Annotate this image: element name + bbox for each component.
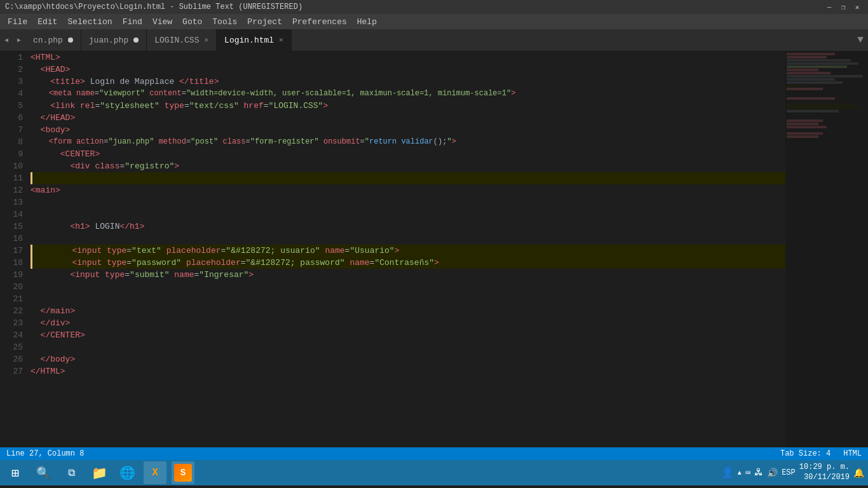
- code-line-18: <input type="password" placeholder="&#12…: [31, 257, 868, 269]
- line-num-26: 26: [0, 353, 23, 365]
- windows-icon: ⊞: [11, 465, 19, 481]
- tab-close-login-html[interactable]: ✕: [279, 37, 283, 44]
- tab-dropdown-button[interactable]: ▼: [855, 29, 868, 51]
- menu-goto[interactable]: Goto: [177, 16, 207, 28]
- search-icon: 🔍: [36, 466, 50, 480]
- menu-file[interactable]: File: [3, 16, 32, 28]
- line-num-8: 8: [0, 136, 23, 148]
- line-num-9: 9: [0, 148, 23, 160]
- status-line-col[interactable]: Line 27, Column 8: [6, 449, 84, 458]
- chrome-button[interactable]: 🌐: [116, 461, 139, 484]
- tab-dot-juan-php: [133, 37, 139, 43]
- clock-time: 10:29 p. m.: [799, 463, 850, 473]
- tab-prev-button[interactable]: ◀: [0, 29, 13, 51]
- code-line-4: <meta name="viewport" content="width=dev…: [31, 88, 868, 100]
- code-line-16: [31, 233, 868, 245]
- chrome-icon: 🌐: [119, 465, 135, 481]
- code-line-1: <HTML>: [31, 51, 868, 64]
- code-line-27: </HTML>: [31, 365, 868, 377]
- code-line-2: <HEAD>: [31, 64, 868, 76]
- minimize-button[interactable]: —: [824, 1, 835, 13]
- code-line-21: [31, 293, 868, 305]
- code-line-8: <form action="juan.php" method="post" cl…: [31, 136, 868, 148]
- menu-view[interactable]: View: [147, 16, 177, 28]
- explorer-button[interactable]: 📁: [88, 461, 111, 484]
- editor-area: 1 2 3 4 5 6 7 8 9 10 11 12 13 14 15 16 1…: [0, 51, 868, 447]
- menu-selection[interactable]: Selection: [62, 16, 117, 28]
- line-num-22: 22: [0, 305, 23, 317]
- network-icon: 🖧: [754, 468, 763, 478]
- status-right: Tab Size: 4 HTML: [780, 449, 862, 458]
- code-area[interactable]: <HTML> <HEAD> <title> Login de Mapplace …: [27, 51, 868, 447]
- line-num-1: 1: [0, 51, 23, 64]
- status-language[interactable]: HTML: [843, 449, 862, 458]
- line-num-4: 4: [0, 88, 23, 100]
- code-line-24: </CENTER>: [31, 329, 868, 341]
- tab-label-login-css: LOGIN.CSS: [154, 36, 199, 45]
- code-line-11: [31, 172, 868, 184]
- search-button[interactable]: 🔍: [32, 461, 55, 484]
- tab-dot-cn-php: [68, 37, 73, 43]
- menu-find[interactable]: Find: [118, 16, 147, 28]
- code-line-3: <title> Login de Mapplace </title>: [31, 76, 868, 88]
- status-tab-size[interactable]: Tab Size: 4: [780, 449, 831, 458]
- line-num-24: 24: [0, 329, 23, 341]
- tab-login-css[interactable]: LOGIN.CSS ✕: [147, 29, 217, 51]
- line-num-6: 6: [0, 112, 23, 124]
- menu-edit[interactable]: Edit: [32, 16, 62, 28]
- line-num-21: 21: [0, 293, 23, 305]
- code-line-5: <link rel="stylesheet" type="text/css" h…: [31, 100, 868, 112]
- menu-help[interactable]: Help: [352, 16, 382, 28]
- line-num-14: 14: [0, 208, 23, 220]
- tab-juan-php[interactable]: juan.php: [81, 29, 147, 51]
- code-line-17: <input type="text" placeholder="&#128272…: [31, 245, 868, 257]
- language-label[interactable]: ESP: [782, 468, 796, 477]
- minimap[interactable]: [785, 51, 868, 447]
- status-left: Line 27, Column 8: [6, 449, 84, 458]
- task-view-button[interactable]: ⧉: [60, 461, 83, 484]
- start-button[interactable]: ⊞: [4, 461, 27, 484]
- tab-label-juan-php: juan.php: [89, 36, 128, 45]
- title-text: C:\xampp\htdocs\Proyecto\Login.html - Su…: [5, 3, 824, 11]
- line-num-3: 3: [0, 76, 23, 88]
- maximize-button[interactable]: ❐: [837, 1, 849, 13]
- time-display: 10:29 p. m. 30/11/2019: [799, 463, 850, 482]
- tab-cn-php[interactable]: cn.php: [25, 29, 81, 51]
- tray-arrow[interactable]: ▲: [738, 470, 742, 477]
- code-line-25: [31, 341, 868, 353]
- tab-label-cn-php: cn.php: [33, 36, 63, 45]
- menu-tools[interactable]: Tools: [207, 16, 242, 28]
- title-controls: — ❐ ✕: [824, 1, 863, 13]
- code-line-14: [31, 208, 868, 220]
- menu-preferences[interactable]: Preferences: [287, 16, 352, 28]
- line-num-7: 7: [0, 124, 23, 136]
- tab-next-button[interactable]: ▶: [13, 29, 25, 51]
- taskbar: ⊞ 🔍 ⧉ 📁 🌐 X S 👤 ▲ ⌨ 🖧 🔊 ESP 10:29 p. m. …: [0, 460, 868, 485]
- close-button[interactable]: ✕: [851, 1, 863, 13]
- line-num-25: 25: [0, 341, 23, 353]
- taskbar-left: ⊞ 🔍 ⧉ 📁 🌐 X S: [4, 461, 194, 484]
- sublime-button[interactable]: S: [172, 461, 194, 484]
- notification-icon[interactable]: 🔔: [853, 468, 864, 478]
- people-icon: 👤: [721, 466, 734, 479]
- title-bar: C:\xampp\htdocs\Proyecto\Login.html - Su…: [0, 0, 868, 14]
- code-line-9: <CENTER>: [31, 148, 868, 160]
- tab-label-login-html: Login.html: [224, 36, 274, 45]
- code-line-20: [31, 281, 868, 293]
- tab-bar: ◀ ▶ cn.php juan.php LOGIN.CSS ✕ Login.ht…: [0, 29, 868, 51]
- tab-close-login-css[interactable]: ✕: [204, 37, 208, 44]
- xampp-button[interactable]: X: [144, 461, 166, 484]
- line-num-16: 16: [0, 233, 23, 245]
- line-num-12: 12: [0, 184, 23, 196]
- line-num-23: 23: [0, 317, 23, 329]
- tab-login-html[interactable]: Login.html ✕: [217, 29, 292, 51]
- task-view-icon: ⧉: [68, 467, 75, 479]
- clock-date: 30/11/2019: [799, 473, 850, 483]
- volume-icon: 🔊: [767, 468, 778, 478]
- line-num-10: 10: [0, 160, 23, 172]
- menu-project[interactable]: Project: [242, 16, 287, 28]
- line-num-19: 19: [0, 269, 23, 281]
- line-numbers: 1 2 3 4 5 6 7 8 9 10 11 12 13 14 15 16 1…: [0, 51, 27, 447]
- line-num-20: 20: [0, 281, 23, 293]
- code-line-23: </div>: [31, 317, 868, 329]
